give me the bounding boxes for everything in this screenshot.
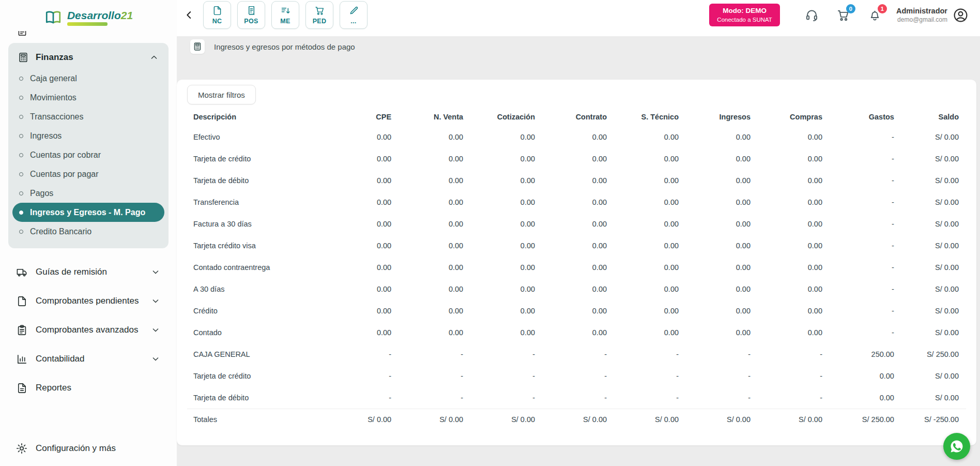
sidebar-item-movimientos[interactable]: Movimientos	[12, 88, 164, 107]
sidebar-item-label: Ingresos	[30, 131, 62, 141]
cell: 0.00	[391, 191, 463, 213]
sidebar-item-cuentas-por-pagar[interactable]: Cuentas por pagar	[12, 164, 164, 184]
whatsapp-fab[interactable]	[943, 433, 970, 460]
user-block: Administrador demo@gmail.com	[896, 7, 969, 24]
cell: 0.00	[463, 300, 535, 322]
cell: 0.00	[319, 235, 391, 257]
quick-button-nc[interactable]: NC	[203, 1, 231, 29]
column-header: Gastos	[822, 108, 894, 126]
column-header: Saldo	[894, 108, 966, 126]
cell: 0.00	[535, 235, 607, 257]
quick-button-label: ME	[280, 18, 290, 25]
logo-text-suffix: 21	[121, 9, 133, 21]
back-button[interactable]	[180, 6, 198, 24]
file-icon	[16, 295, 28, 307]
cell: S/ 0.00	[894, 365, 966, 387]
cell: S/ 0.00	[319, 409, 391, 430]
sidebar-group-finanzas[interactable]: Finanzas	[12, 47, 164, 69]
cell: -	[607, 343, 679, 365]
cell: -	[822, 170, 894, 191]
sidebar-item-transacciones[interactable]: Transacciones	[12, 107, 164, 126]
cell: 0.00	[679, 213, 751, 235]
cell: 0.00	[751, 257, 822, 278]
cell: S/ 0.00	[894, 126, 966, 148]
column-header: Cotización	[463, 108, 535, 126]
cell: -	[391, 387, 463, 409]
sidebar-section-comprobantes-avanzados[interactable]: Comprobantes avanzados	[9, 315, 167, 344]
sidebar-section-comprobantes-pendientes[interactable]: Comprobantes pendientes	[9, 287, 167, 315]
bullet-icon	[19, 230, 23, 234]
notifications-button[interactable]: 1	[868, 8, 882, 22]
cell: 0.00	[679, 148, 751, 170]
table-row: Tarjeta crédito visa0.000.000.000.000.00…	[187, 235, 966, 257]
column-header: S. Técnico	[607, 108, 679, 126]
sidebar-item-label: Pagos	[30, 189, 53, 198]
sidebar-item-caja-general[interactable]: Caja general	[12, 69, 164, 88]
sidebar-section-reportes[interactable]: Reportes	[9, 373, 167, 402]
app-logo[interactable]: Desarrollo21	[0, 0, 177, 31]
cell: 0.00	[535, 213, 607, 235]
cell: 0.00	[535, 278, 607, 300]
sidebar-item-credito-bancario[interactable]: Credito Bancario	[12, 222, 164, 241]
cell: -	[607, 387, 679, 409]
quick-button-ped[interactable]: PED	[305, 1, 333, 29]
cart-button[interactable]: 0	[836, 8, 850, 22]
cell: S/ 0.00	[894, 191, 966, 213]
quick-button-me[interactable]: ME	[271, 1, 299, 29]
cell: 0.00	[463, 170, 535, 191]
bullet-icon	[19, 153, 23, 157]
quick-button-pos[interactable]: POS	[237, 1, 265, 29]
cart-icon	[314, 5, 325, 16]
cell: S/ 0.00	[894, 235, 966, 257]
cell: S/ -250.00	[894, 409, 966, 430]
cell: 0.00	[535, 170, 607, 191]
table-head-row: DescripciónCPEN. VentaCotizaciónContrato…	[187, 108, 966, 126]
cell: -	[463, 387, 535, 409]
sidebar-sections: Guías de remisiónComprobantes pendientes…	[8, 258, 169, 402]
avatar[interactable]	[953, 7, 969, 23]
calculator-icon	[193, 42, 202, 51]
sidebar-item-pagos[interactable]: Pagos	[12, 184, 164, 203]
quick-buttons: NCPOSMEPED...	[203, 1, 368, 29]
support-headset-button[interactable]	[805, 8, 819, 22]
clipped-menu-icon	[17, 31, 169, 37]
sidebar-section-contabilidad[interactable]: Contabilidad	[9, 344, 167, 373]
cell: 0.00	[535, 257, 607, 278]
quick-button-more[interactable]: ...	[340, 1, 368, 29]
show-filters-button[interactable]: Mostrar filtros	[187, 85, 256, 104]
cell: S/ 0.00	[894, 387, 966, 409]
cell: 0.00	[391, 322, 463, 343]
sidebar-item-ingresos[interactable]: Ingresos	[12, 126, 164, 145]
cell: 250.00	[822, 343, 894, 365]
topbar-icons: 0 1	[805, 8, 882, 22]
demo-mode-badge[interactable]: Modo: DEMO Conectado a SUNAT	[709, 4, 780, 26]
sidebar-item-ingresos-y-egresos-m-pago[interactable]: Ingresos y Egresos - M. Pago	[12, 203, 164, 222]
row-label: Tarjeta de débito	[187, 170, 319, 191]
cell: 0.00	[679, 300, 751, 322]
bullet-icon	[19, 115, 23, 119]
sidebar-item-configuracion[interactable]: Configuración y más	[0, 434, 177, 466]
chevron-down-icon	[150, 296, 161, 306]
cell: 0.00	[535, 322, 607, 343]
sidebar-item-label: Movimientos	[30, 93, 76, 102]
cell: -	[822, 126, 894, 148]
cell: -	[822, 235, 894, 257]
cell: 0.00	[319, 191, 391, 213]
table-row: CAJA GENERAL-------250.00S/ 250.00	[187, 343, 966, 365]
cell: 0.00	[319, 126, 391, 148]
cell: 0.00	[463, 278, 535, 300]
row-label: CAJA GENERAL	[187, 343, 319, 365]
sidebar-partial-item[interactable]	[8, 31, 169, 38]
sidebar-item-cuentas-por-cobrar[interactable]: Cuentas por cobrar	[12, 145, 164, 164]
cell: -	[822, 191, 894, 213]
cell: 0.00	[607, 170, 679, 191]
logo-text-main: Desarrollo	[67, 9, 121, 21]
cell: -	[463, 365, 535, 387]
cell: -	[535, 387, 607, 409]
sidebar-section-guias-de-remision[interactable]: Guías de remisión	[9, 258, 167, 287]
table-row: Tarjeta de crédito-------0.00S/ 0.00	[187, 365, 966, 387]
cell: S/ 0.00	[607, 409, 679, 430]
logo-text: Desarrollo21	[67, 10, 133, 26]
cell: 0.00	[463, 213, 535, 235]
cell: 0.00	[391, 170, 463, 191]
